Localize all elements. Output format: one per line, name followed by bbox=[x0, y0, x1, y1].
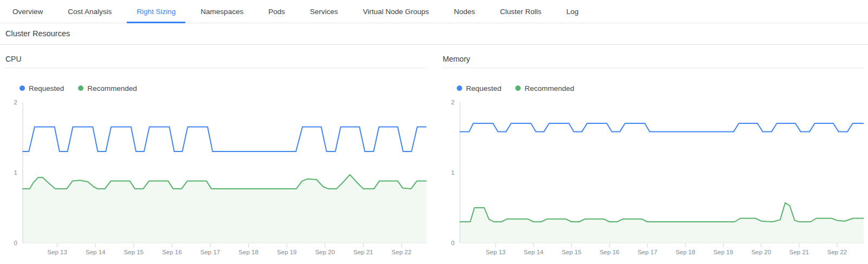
section-title-cluster-resources: Cluster Resources bbox=[0, 23, 868, 45]
memory-chart-card: Memory Requested Recommended 012Sep 13Se… bbox=[442, 52, 864, 256]
tab-label: Namespaces bbox=[200, 8, 243, 16]
memory-chart-legend: Requested Recommended bbox=[457, 83, 864, 93]
cluster-tabs-bar: Overview Cost Analysis Right Sizing Name… bbox=[0, 0, 868, 23]
charts-row: CPU Requested Recommended 012Sep 13Sep 1… bbox=[0, 52, 868, 256]
tab-label: Cost Analysis bbox=[68, 8, 112, 16]
svg-text:2: 2 bbox=[451, 99, 455, 105]
legend-item-recommended[interactable]: Recommended bbox=[78, 84, 137, 93]
svg-text:Sep 19: Sep 19 bbox=[277, 249, 296, 255]
tab-label: Log bbox=[566, 8, 579, 16]
legend-item-requested[interactable]: Requested bbox=[457, 84, 501, 93]
svg-text:1: 1 bbox=[451, 169, 455, 176]
cpu-chart-card: CPU Requested Recommended 012Sep 13Sep 1… bbox=[4, 52, 426, 256]
tab-label: Services bbox=[310, 8, 338, 16]
svg-text:Sep 20: Sep 20 bbox=[315, 249, 335, 255]
legend-label: Recommended bbox=[524, 84, 574, 93]
svg-text:Sep 17: Sep 17 bbox=[200, 249, 220, 255]
svg-text:1: 1 bbox=[14, 169, 17, 176]
svg-text:Sep 16: Sep 16 bbox=[162, 249, 182, 255]
tab-cluster-rolls[interactable]: Cluster Rolls bbox=[488, 0, 554, 23]
chart-title-cpu: CPU bbox=[4, 52, 426, 68]
tab-label: Right Sizing bbox=[137, 8, 176, 16]
svg-text:Sep 13: Sep 13 bbox=[47, 249, 67, 255]
svg-text:Sep 19: Sep 19 bbox=[714, 249, 733, 255]
svg-text:Sep 15: Sep 15 bbox=[124, 249, 144, 255]
svg-text:Sep 16: Sep 16 bbox=[600, 249, 619, 255]
svg-text:Sep 15: Sep 15 bbox=[562, 249, 581, 255]
tab-label: Pods bbox=[268, 8, 285, 16]
legend-dot-icon bbox=[78, 85, 83, 91]
svg-text:Sep 17: Sep 17 bbox=[638, 249, 657, 255]
svg-text:Sep 21: Sep 21 bbox=[353, 249, 373, 255]
svg-text:Sep 21: Sep 21 bbox=[789, 249, 809, 255]
legend-dot-icon bbox=[20, 85, 25, 91]
cpu-line-chart: 012Sep 13Sep 14Sep 15Sep 16Sep 17Sep 18S… bbox=[4, 94, 426, 256]
tab-pods[interactable]: Pods bbox=[256, 0, 297, 23]
svg-text:Sep 14: Sep 14 bbox=[524, 249, 544, 255]
legend-dot-icon bbox=[515, 85, 521, 91]
legend-item-recommended[interactable]: Recommended bbox=[515, 84, 574, 93]
legend-label: Recommended bbox=[87, 84, 137, 93]
svg-text:Sep 22: Sep 22 bbox=[827, 249, 847, 255]
svg-text:0: 0 bbox=[14, 240, 17, 246]
svg-text:2: 2 bbox=[14, 99, 17, 105]
svg-text:Sep 18: Sep 18 bbox=[238, 249, 258, 255]
memory-line-chart: 012Sep 13Sep 14Sep 15Sep 16Sep 17Sep 18S… bbox=[442, 94, 864, 256]
svg-text:Sep 14: Sep 14 bbox=[86, 249, 106, 255]
tab-label: Virtual Node Groups bbox=[363, 8, 429, 16]
legend-item-requested[interactable]: Requested bbox=[20, 84, 64, 93]
tab-label: Overview bbox=[12, 8, 43, 16]
cpu-chart-legend: Requested Recommended bbox=[20, 83, 426, 93]
tab-log[interactable]: Log bbox=[554, 0, 591, 23]
tab-label: Nodes bbox=[454, 8, 475, 16]
svg-text:Sep 20: Sep 20 bbox=[752, 249, 771, 255]
legend-label: Requested bbox=[29, 84, 64, 93]
svg-text:Sep 13: Sep 13 bbox=[486, 249, 506, 255]
legend-dot-icon bbox=[457, 85, 462, 91]
chart-title-memory: Memory bbox=[442, 52, 864, 68]
svg-text:0: 0 bbox=[451, 240, 455, 246]
tab-services[interactable]: Services bbox=[297, 0, 351, 23]
svg-text:Sep 18: Sep 18 bbox=[676, 249, 695, 255]
tab-cost-analysis[interactable]: Cost Analysis bbox=[55, 0, 124, 23]
svg-text:Sep 22: Sep 22 bbox=[392, 249, 411, 255]
tab-right-sizing[interactable]: Right Sizing bbox=[124, 0, 188, 23]
legend-label: Requested bbox=[466, 84, 501, 93]
tab-nodes[interactable]: Nodes bbox=[442, 0, 488, 23]
tab-namespaces[interactable]: Namespaces bbox=[188, 0, 256, 23]
tab-label: Cluster Rolls bbox=[500, 8, 542, 16]
tab-virtual-node-groups[interactable]: Virtual Node Groups bbox=[351, 0, 442, 23]
tab-overview[interactable]: Overview bbox=[0, 0, 55, 23]
